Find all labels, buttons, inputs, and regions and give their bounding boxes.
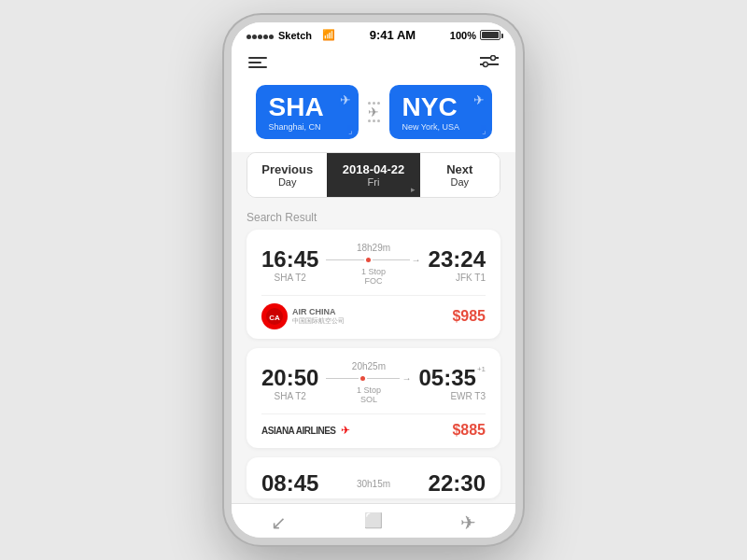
svg-text:CA: CA (269, 314, 280, 322)
airline-logo-2: ASIANA AIRLINES ✈ (261, 424, 350, 437)
bottom-bar: ↙ ⬜ ✈ (232, 503, 515, 538)
price-2: $885 (452, 422, 486, 439)
route-middle-2: 20h25m → 1 Stop SOL (318, 361, 418, 404)
svg-point-1 (491, 56, 496, 61)
line-bar-left-1 (326, 259, 363, 260)
depart-terminal-1: SHA T2 (261, 273, 318, 283)
partial-duration: 30h15m (357, 479, 390, 489)
dot4 (368, 119, 371, 122)
status-left: Sketch 📶 (247, 29, 335, 41)
status-bar: Sketch 📶 9:41 AM 100% (232, 22, 515, 46)
flight-row-1: 16:45 SHA T2 18h29m → 1 Stop FOC 23:24 (261, 243, 486, 286)
flight-card-1[interactable]: 16:45 SHA T2 18h29m → 1 Stop FOC 23:24 (247, 230, 500, 339)
calendar-corner-icon: ▸ (411, 185, 416, 194)
arrive-time-2: 05:35 (418, 365, 475, 391)
dotted-route-line2 (368, 119, 380, 122)
current-date-display: 2018-04-22 Fri ▸ (327, 153, 419, 197)
stop-dot-1 (366, 258, 371, 262)
stop-dot-2 (360, 376, 365, 381)
duration-2: 20h25m (326, 361, 411, 371)
route-arrow-2: → (402, 373, 411, 384)
current-day: Fri (334, 176, 412, 188)
battery-fill (482, 32, 499, 38)
partial-row: 08:45 30h15m 22:30 (261, 470, 486, 497)
app-content: ✈ SHA Shanghai, CN ⌟ ✈ ✈ (232, 46, 515, 503)
flight-card-2[interactable]: 20:50 SHA T2 20h25m → 1 Stop SOL (247, 348, 500, 448)
date-navigation: Previous Day 2018-04-22 Fri ▸ Next Day (247, 152, 500, 198)
next-sub: Day (428, 176, 492, 188)
partial-depart: 08:45 (261, 470, 318, 497)
airline-name-1: AIR CHINA (292, 307, 345, 316)
partial-arrive: 22:30 (429, 470, 486, 497)
menu-button[interactable] (248, 57, 267, 68)
partial-flight-card[interactable]: 08:45 30h15m 22:30 (247, 457, 500, 498)
destination-card[interactable]: ✈ NYC New York, USA ⌟ (389, 85, 492, 139)
depart-time-1: 16:45 (261, 246, 318, 273)
stops-label-1: 1 Stop (326, 267, 420, 276)
price-1: $985 (452, 308, 486, 325)
origin-name: Shanghai, CN (269, 122, 345, 132)
origin-corner-icon: ⌟ (348, 125, 353, 135)
arrow-plane-icon: ✈ (368, 105, 379, 119)
status-right: 100% (450, 30, 500, 41)
top-bar (232, 46, 515, 77)
origin-code: SHA (269, 94, 345, 120)
destination-code: NYC (402, 94, 479, 120)
destination-name: New York, USA (402, 122, 479, 132)
home-nav-icon[interactable]: ⬜ (364, 511, 383, 534)
back-nav-icon[interactable]: ↙ (271, 511, 287, 534)
line-bar-right-2 (367, 378, 400, 379)
arrive-terminal-2: EWR T3 (418, 391, 486, 401)
time-display: 9:41 AM (370, 28, 416, 42)
origin-card[interactable]: ✈ SHA Shanghai, CN ⌟ (256, 85, 359, 139)
route-middle-1: 18h29m → 1 Stop FOC (318, 243, 428, 286)
next-day-button[interactable]: Next Day (420, 153, 500, 197)
prev-sub: Day (255, 176, 319, 188)
next-day-badge-2: +1 (477, 365, 486, 373)
flight-selector: ✈ SHA Shanghai, CN ⌟ ✈ ✈ (232, 77, 515, 152)
duration-1: 18h29m (326, 243, 420, 253)
carrier-label: Sketch (278, 30, 312, 41)
next-label: Next (428, 162, 492, 176)
wifi-icon: 📶 (322, 29, 335, 41)
arrive-terminal-1: JFK T1 (429, 273, 486, 283)
battery-icon (480, 30, 500, 40)
signal-bars (247, 30, 275, 41)
line-bar-left-2 (326, 378, 359, 379)
asiana-plane-icon: ✈ (341, 424, 350, 437)
battery-label: 100% (450, 30, 476, 41)
prev-label: Previous (255, 162, 319, 176)
phone-frame: Sketch 📶 9:41 AM 100% (224, 15, 523, 545)
route-line-2: → (326, 373, 411, 384)
origin-plane-icon: ✈ (340, 92, 351, 107)
airline-logo-1: CA AIR CHINA 中国国际航空公司 (261, 303, 345, 329)
dot6 (377, 119, 380, 122)
stop-code-1: FOC (326, 276, 420, 286)
dest-corner-icon: ⌟ (482, 125, 486, 135)
dot5 (373, 119, 375, 122)
air-china-emblem: CA (261, 303, 288, 329)
current-date: 2018-04-22 (334, 162, 412, 176)
flight-row-2: 20:50 SHA T2 20h25m → 1 Stop SOL (261, 361, 486, 404)
depart-terminal-2: SHA T2 (261, 391, 318, 401)
previous-day-button[interactable]: Previous Day (247, 153, 327, 197)
stops-label-2: 1 Stop (326, 385, 411, 395)
section-label: Search Result (232, 207, 515, 230)
route-arrow-1: → (412, 255, 421, 265)
line-bar-right-1 (373, 259, 410, 260)
route-arrow: ✈ (368, 102, 380, 122)
flight-footer-2: ASIANA AIRLINES ✈ $885 (261, 413, 486, 439)
stop-code-2: SOL (326, 395, 411, 404)
filter-button[interactable] (480, 55, 499, 70)
dest-plane-icon: ✈ (473, 92, 485, 107)
forward-nav-icon[interactable]: ✈ (460, 511, 476, 534)
flight-footer-1: CA AIR CHINA 中国国际航空公司 $985 (261, 295, 486, 329)
route-line-1: → (326, 255, 420, 265)
asiana-name: ASIANA AIRLINES (261, 426, 336, 436)
airline-subname-1: 中国国际航空公司 (292, 316, 345, 326)
svg-point-3 (484, 63, 488, 67)
depart-time-2: 20:50 (261, 365, 318, 391)
arrive-time-1: 23:24 (429, 246, 486, 273)
